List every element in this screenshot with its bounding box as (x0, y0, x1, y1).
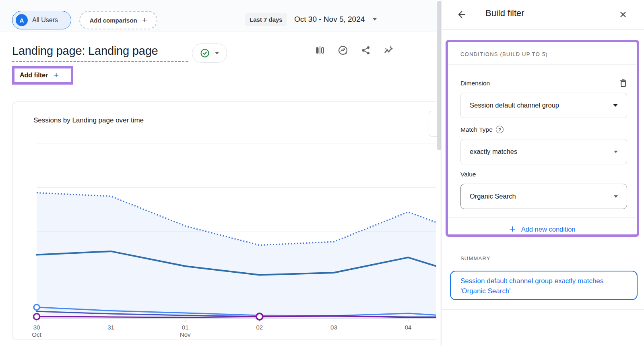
summary-pill: Session default channel group exactly ma… (450, 271, 638, 300)
svg-text:Nov: Nov (180, 331, 191, 338)
plus-icon: + (509, 224, 515, 234)
svg-text:04: 04 (405, 324, 412, 331)
dropdown-caret-icon (614, 151, 618, 153)
date-range-text: Oct 30 - Nov 5, 2024 (294, 15, 365, 24)
add-comparison-button[interactable]: Add comparison + (79, 11, 157, 29)
add-filter-button[interactable]: Add filter + (12, 66, 73, 85)
dropdown-caret-icon (614, 195, 618, 198)
title-dashed-underline (12, 61, 188, 62)
add-new-condition-button[interactable]: + Add new condition (446, 223, 639, 235)
conditions-heading: CONDITIONS (BUILD UP TO 5) (460, 51, 548, 57)
svg-text:03: 03 (330, 324, 337, 331)
svg-text:02: 02 (256, 324, 263, 331)
dimension-label: Dimension (460, 80, 490, 87)
trash-icon[interactable] (618, 78, 628, 88)
audience-chip-all-users[interactable]: A All Users (12, 11, 71, 29)
conditions-divider (448, 64, 636, 65)
date-range-picker[interactable]: Oct 30 - Nov 5, 2024 (294, 12, 377, 27)
data-quality-indicator[interactable] (192, 44, 227, 63)
build-filter-panel: Build filter CONDITIONS (BUILD UP TO 5) … (442, 0, 644, 346)
check-circle-icon (200, 48, 210, 58)
match-type-select-value: exactly matches (470, 148, 517, 155)
value-label: Value (460, 171, 476, 178)
add-filter-label: Add filter (20, 72, 48, 79)
date-preset-badge: Last 7 days (245, 13, 287, 26)
audience-avatar: A (16, 14, 28, 26)
svg-text:31: 31 (107, 324, 114, 331)
sessions-line-chart[interactable]: 30Oct3101Nov020304 (12, 102, 436, 340)
chart-type-button-partial[interactable] (429, 111, 438, 137)
edit-comparisons-icon[interactable] (315, 45, 325, 56)
plus-icon: + (54, 71, 59, 80)
audience-chip-label: All Users (32, 17, 58, 24)
summary-divider (442, 309, 644, 310)
svg-text:01: 01 (182, 324, 189, 331)
ga4-report-page: { "header": { "audience_chip": {"avatar"… (0, 0, 644, 346)
help-icon[interactable]: ? (496, 126, 504, 133)
close-icon[interactable] (618, 10, 628, 19)
back-arrow-icon[interactable] (456, 9, 467, 20)
report-toolbar (315, 45, 394, 56)
vertical-scrollbar[interactable] (437, 1, 441, 150)
benchmark-icon[interactable] (338, 45, 348, 56)
chevron-down-icon (373, 18, 377, 21)
dimension-select-value: Session default channel group (470, 102, 559, 109)
add-new-condition-label: Add new condition (521, 226, 576, 233)
panel-title: Build filter (485, 8, 524, 19)
value-select[interactable]: Organic Search (460, 184, 627, 209)
add-comparison-label: Add comparison (89, 17, 137, 24)
share-icon[interactable] (361, 45, 371, 56)
svg-text:30: 30 (33, 324, 40, 331)
chart-card: Sessions by Landing page over time 30Oct… (12, 102, 437, 340)
match-type-select[interactable]: exactly matches (460, 139, 627, 164)
page-title: Landing page: Landing page (12, 44, 158, 58)
dropdown-caret-icon (613, 104, 618, 107)
value-select-value: Organic Search (470, 193, 516, 200)
panel-header-divider (442, 29, 644, 30)
insights-icon[interactable] (384, 45, 394, 56)
dimension-select[interactable]: Session default channel group (460, 93, 627, 118)
add-condition-divider (448, 217, 636, 218)
svg-text:Oct: Oct (32, 331, 41, 338)
plus-icon: + (142, 16, 147, 25)
chevron-down-icon (215, 52, 219, 54)
summary-heading: SUMMARY (460, 255, 491, 261)
match-type-label: Match Type ? (460, 126, 504, 133)
